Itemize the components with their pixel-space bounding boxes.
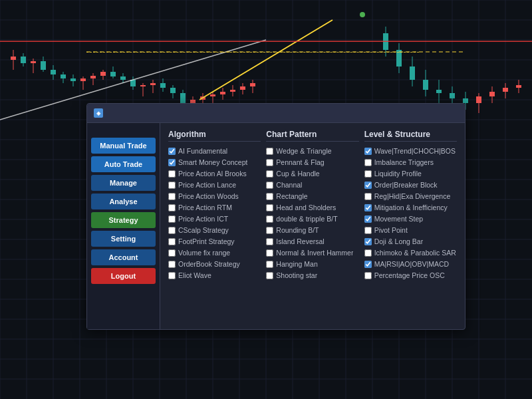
checkbox-label: Pivot Point [374,226,408,234]
checkbox-label: Channal [276,181,302,189]
checkbox-11[interactable] [168,272,176,279]
checkbox-label: Movement Step [374,215,424,223]
checkbox-label: OrderBook Strategy [178,260,240,268]
list-item: Price Action Lance [168,181,261,189]
checkbox-label: Eliot Wave [178,271,211,279]
titlebar: ◈ [87,104,465,123]
checkbox-label: Rounding B/T [276,226,319,234]
list-item: Rectangle [266,192,358,200]
list-item: MA|RSI|AO|OBV|MACD [364,260,457,268]
list-item: Rounding B/T [266,226,358,234]
checkbox-1[interactable] [168,159,176,166]
logout-button[interactable]: Logout [91,268,156,284]
checkbox-label: Normal & Invert Hammer [276,249,353,257]
algorithm-header: Algorithm [168,130,261,142]
list-item: FootPrint Strategy [168,237,261,245]
list-item: Head and Sholders [266,203,358,211]
checkbox-8[interactable] [168,238,176,245]
checkbox-5[interactable] [266,204,273,211]
checkbox-3[interactable] [364,182,372,189]
list-item: Eliot Wave [168,271,261,279]
checkbox-3[interactable] [266,182,273,189]
checkbox-label: Rectangle [276,192,307,200]
checkbox-9[interactable] [266,249,273,257]
window-content: Manual Trade Auto Trade Manage Analyse S… [87,123,465,329]
checkbox-label: Wave|Trend|CHOCH|BOS [374,147,456,155]
chart-line-red [0,41,532,42]
checkbox-label: Reg|Hid|Exa Divergence [374,192,451,200]
checkbox-0[interactable] [364,148,372,155]
list-item: Price Action Woods [168,192,261,200]
checkbox-2[interactable] [364,170,372,178]
checkbox-6[interactable] [364,215,372,223]
checkbox-label: Price Action Woods [178,192,239,200]
checkbox-0[interactable] [266,148,273,155]
analyse-button[interactable]: Analyse [91,194,156,209]
checkbox-1[interactable] [266,159,273,166]
list-item: Ichimoko & Parabolic SAR [364,249,457,257]
checkbox-9[interactable] [168,249,176,257]
minimize-button[interactable] [416,108,426,118]
checkbox-2[interactable] [168,170,176,178]
app-icon: ◈ [94,108,103,118]
checkbox-3[interactable] [168,182,176,189]
checkbox-label: Pennant & Flag [276,158,324,166]
list-item: Wave|Trend|CHOCH|BOS [364,147,457,155]
checkbox-label: Head and Sholders [276,203,336,211]
main-panel: Algorithm AI FundamentalSmart Money Conc… [160,123,465,329]
checkbox-7[interactable] [364,227,372,234]
checkbox-label: Ichimoko & Parabolic SAR [374,249,456,257]
checkbox-7[interactable] [266,227,273,234]
checkbox-5[interactable] [364,204,372,211]
checkbox-2[interactable] [266,170,273,178]
list-item: Volume fix range [168,249,261,257]
checkbox-11[interactable] [266,272,273,279]
list-item: OrderBook Strategy [168,260,261,268]
checkbox-8[interactable] [266,238,273,245]
checkbox-label: Smart Money Concept [178,158,247,166]
chart-pattern-column: Chart Pattern Wedge & TrianglePennant & … [263,130,361,323]
list-item: CScalp Strategy [168,226,261,234]
checkbox-5[interactable] [168,204,176,211]
checkbox-0[interactable] [168,148,176,155]
list-item: Order|Breaker Block [364,181,457,189]
checkbox-label: Price Action Lance [178,181,236,189]
checkbox-4[interactable] [168,193,176,200]
auto-trade-button[interactable]: Auto Trade [91,156,156,172]
checkbox-4[interactable] [364,193,372,200]
checkbox-label: Doji & Long Bar [374,237,424,245]
close-button[interactable] [448,108,458,118]
checkbox-10[interactable] [168,261,176,268]
account-button[interactable]: Account [91,249,156,265]
list-item: Shooting star [266,271,358,279]
checkbox-label: Imbalance Triggers [374,158,434,166]
checkbox-label: Percentage Price OSC [374,271,445,279]
setting-button[interactable]: Setting [91,231,156,247]
checkbox-label: Volume fix range [178,249,230,257]
checkbox-label: Mitigation & Inefficiency [374,203,448,211]
checkbox-8[interactable] [364,238,372,245]
chart-pattern-header: Chart Pattern [266,130,358,142]
list-item: Percentage Price OSC [364,271,457,279]
checkbox-label: Cup & Handle [276,170,319,178]
checkbox-1[interactable] [364,159,372,166]
list-item: Wedge & Triangle [266,147,358,155]
checkbox-label: Price Action ICT [178,215,228,223]
list-item: Normal & Invert Hammer [266,249,358,257]
checkbox-9[interactable] [364,249,372,257]
list-item: Doji & Long Bar [364,237,457,245]
checkbox-4[interactable] [266,193,273,200]
checkbox-7[interactable] [168,227,176,234]
list-item: Hanging Man [266,260,358,268]
checkbox-6[interactable] [168,215,176,223]
checkbox-11[interactable] [364,272,372,279]
manage-button[interactable]: Manage [91,175,156,191]
checkbox-10[interactable] [266,261,273,268]
checkbox-label: FootPrint Strategy [178,237,235,245]
manual-trade-button[interactable]: Manual Trade [91,138,156,154]
checkbox-10[interactable] [364,261,372,268]
maximize-button[interactable] [432,108,442,118]
checkbox-6[interactable] [266,215,273,223]
strategy-button[interactable]: Strategy [91,212,156,228]
list-item: AI Fundamental [168,147,261,155]
